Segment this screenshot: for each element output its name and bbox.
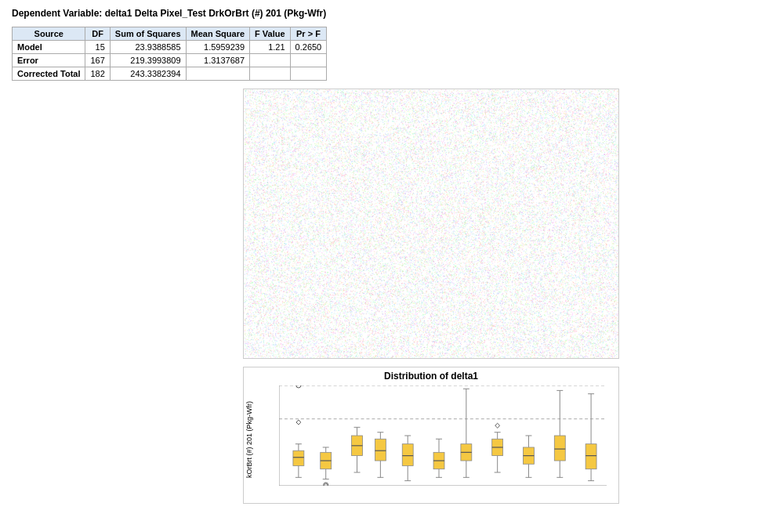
page-container: Dependent Variable: delta1 Delta Pixel_T… xyxy=(0,0,783,512)
f-value-cell xyxy=(250,67,291,81)
pr-f-cell xyxy=(290,67,327,81)
df-cell: 182 xyxy=(85,67,110,81)
svg-rect-34 xyxy=(402,444,413,466)
noise-canvas xyxy=(244,89,618,358)
svg-rect-65 xyxy=(554,436,565,461)
sum-sq-cell: 243.3382394 xyxy=(110,67,186,81)
scatter-plot-area xyxy=(243,89,619,359)
distribution-chart: Distribution of delta1 kOrBrt (#) 201 (P… xyxy=(243,367,619,504)
f-value-cell: 1.21 xyxy=(250,41,291,54)
source-cell: Error xyxy=(13,54,85,67)
y-axis-label: kOrBrt (#) 201 (Pkg-Wfr) xyxy=(245,401,253,478)
df-cell: 15 xyxy=(85,41,110,54)
source-cell: Corrected Total xyxy=(13,67,85,81)
pr-f-cell xyxy=(290,54,327,67)
sum-sq-cell: 23.9388585 xyxy=(110,41,186,54)
anova-table: Source DF Sum of Squares Mean Square F V… xyxy=(12,27,327,81)
mean-sq-cell: 1.5959239 xyxy=(186,41,249,54)
df-cell: 167 xyxy=(85,54,110,67)
distribution-chart-svg: 64 xyxy=(279,385,607,486)
sum-sq-cell: 219.3993809 xyxy=(110,54,186,67)
dependent-variable-title: Dependent Variable: delta1 Delta Pixel_T… xyxy=(12,8,771,19)
col-mean-square: Mean Square xyxy=(186,27,249,41)
mean-sq-cell xyxy=(186,67,249,81)
col-sum-squares: Sum of Squares xyxy=(110,27,186,41)
anova-table-row: Model 15 23.9388585 1.5959239 1.21 0.265… xyxy=(13,41,327,54)
f-value-cell xyxy=(250,54,291,67)
pr-f-cell: 0.2650 xyxy=(290,41,327,54)
svg-rect-9 xyxy=(293,451,304,465)
col-source: Source xyxy=(13,27,85,41)
col-pr-f: Pr > F xyxy=(290,27,327,41)
col-df: DF xyxy=(85,27,110,41)
anova-table-row: Corrected Total 182 243.3382394 xyxy=(13,67,327,81)
svg-rect-71 xyxy=(585,444,596,469)
mean-sq-cell: 1.3137687 xyxy=(186,54,249,67)
svg-rect-28 xyxy=(375,439,386,461)
col-f-value: F Value xyxy=(250,27,291,41)
chart-title: Distribution of delta1 xyxy=(244,367,618,382)
chart-inner: kOrBrt (#) 201 (Pkg-Wfr) 64 xyxy=(244,382,618,498)
anova-table-row: Error 167 219.3993809 1.3137687 xyxy=(13,54,327,67)
source-cell: Model xyxy=(13,41,85,54)
